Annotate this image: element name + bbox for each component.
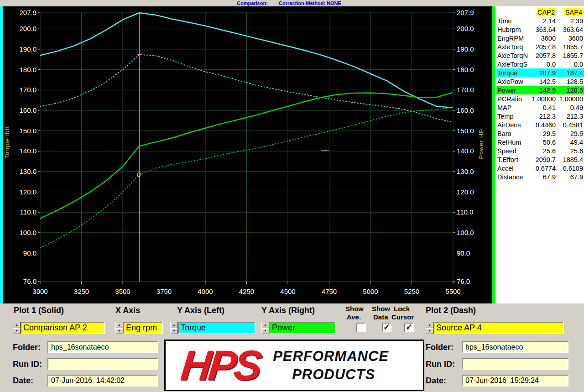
spinner-down-icon[interactable]: ▼ <box>170 328 178 335</box>
svg-text:76.0: 76.0 <box>23 277 36 285</box>
show-ave-label-1: Show <box>345 305 364 313</box>
svg-text:180.0: 180.0 <box>19 66 36 73</box>
date-input-right[interactable]: 07-Jun-2016 15:29:24 <box>462 375 568 387</box>
control-panel: Plot 1 (Solid) X Axis Y Axis (Left) Y Ax… <box>0 303 584 392</box>
plot1-spinner[interactable]: ▲ ▼ <box>13 322 21 334</box>
data-row: AxlePow142.5128.5 <box>496 77 584 86</box>
dyno-chart[interactable]: 3000325035003750400042504500475050005250… <box>0 6 495 303</box>
data-readout-panel: CAP2 SAP4 Time2.142.39Hubrpm363.64363.64… <box>495 6 584 303</box>
svg-text:5250: 5250 <box>404 287 419 295</box>
svg-text:5000: 5000 <box>363 287 378 295</box>
data-row: Time2.142.39 <box>496 16 584 25</box>
svg-text:90.0: 90.0 <box>457 249 470 257</box>
data-row: T.Effort2090.71885.4 <box>496 155 584 164</box>
spinner-up-icon[interactable]: ▲ <box>170 322 178 328</box>
y-left-spinner[interactable]: ▲ ▼ <box>170 322 178 334</box>
show-data-checkbox[interactable]: ✓ <box>382 323 391 332</box>
spinner-up-icon[interactable]: ▲ <box>115 322 123 328</box>
svg-text:150.0: 150.0 <box>19 127 36 135</box>
lock-cursor-label-2: Cursor <box>391 313 414 321</box>
svg-text:170.0: 170.0 <box>19 86 36 94</box>
svg-text:160.0: 160.0 <box>19 106 36 114</box>
plot2-spinner[interactable]: ▲ ▼ <box>426 322 433 334</box>
run-id-label-left: Run ID: <box>13 360 42 369</box>
spinner-down-icon[interactable]: ▼ <box>261 328 269 335</box>
x-axis-select[interactable]: Eng rpm <box>123 322 163 334</box>
spinner-up-icon[interactable]: ▲ <box>13 322 21 328</box>
show-ave-checkbox[interactable] <box>356 323 366 332</box>
y-right-select[interactable]: Power <box>269 322 336 334</box>
data-row: EngRPM36003600 <box>496 34 584 42</box>
run-id-input-right[interactable] <box>462 358 568 370</box>
data-row: AxleTorqS0.00.0 <box>496 60 584 68</box>
spinner-down-icon[interactable]: ▼ <box>426 328 433 335</box>
svg-text:5500: 5500 <box>445 287 460 295</box>
y-right-spinner[interactable]: ▲ ▼ <box>261 322 269 334</box>
plot1-select[interactable]: Comparison AP 2 <box>21 322 105 334</box>
data-row: AxleTorqN2057.81855.7 <box>496 51 584 60</box>
svg-text:4750: 4750 <box>322 287 337 295</box>
svg-text:3750: 3750 <box>156 287 172 295</box>
svg-text:200.0: 200.0 <box>457 25 474 32</box>
logo-performance-text: PERFORMANCE <box>273 348 389 365</box>
show-data-label-1: Show <box>372 305 390 313</box>
svg-text:90.0: 90.0 <box>23 249 36 257</box>
svg-text:130.0: 130.0 <box>19 167 36 175</box>
hps-logo-brand: HPS <box>179 347 261 383</box>
folder-input-right[interactable]: hps_16sonataeco <box>462 341 568 353</box>
date-input-left[interactable]: 07-Jun-2016 14:42:02 <box>47 375 158 387</box>
data-row: Torque207.9187.4 <box>496 68 584 77</box>
plot2-select[interactable]: Source AP 4 <box>433 322 564 334</box>
data-row: AirDens0.44600.4581 <box>496 120 584 129</box>
y-left-label: Y Axis (Left) <box>177 306 224 315</box>
date-label-right: Date: <box>426 376 446 386</box>
plot1-label: Plot 1 (Solid) <box>14 306 64 315</box>
data-row: Accel0.67740.6109 <box>496 164 584 172</box>
spinner-down-icon[interactable]: ▼ <box>13 328 21 335</box>
data-table: CAP2 SAP4 Time2.142.39Hubrpm363.64363.64… <box>496 8 584 181</box>
svg-text:3250: 3250 <box>74 287 89 295</box>
y-left-select[interactable]: Torque <box>178 322 256 334</box>
svg-text:160.0: 160.0 <box>457 106 474 114</box>
lock-cursor-label-1: Lock <box>394 305 410 313</box>
spinner-up-icon[interactable]: ▲ <box>426 322 433 328</box>
data-row: Hubrpm363.64363.64 <box>496 25 584 34</box>
column-header-cap2: CAP2 <box>537 8 556 16</box>
data-row: Speed25.625.6 <box>496 146 584 155</box>
correction-method-label: Correction-Method: NONE <box>279 0 341 6</box>
dyno-chart-region: 3000325035003750400042504500475050005250… <box>0 6 495 303</box>
svg-text:110.0: 110.0 <box>20 208 36 216</box>
svg-text:4500: 4500 <box>280 287 295 295</box>
data-row: RelHum50.649.4 <box>496 138 584 146</box>
svg-text:130.0: 130.0 <box>457 167 474 175</box>
data-row: PCRatio1.000001.00000 <box>496 94 584 103</box>
x-axis-label: X Axis <box>115 306 140 315</box>
plot2-label: Plot 2 (Dash) <box>426 306 476 315</box>
svg-text:190.0: 190.0 <box>457 45 474 53</box>
svg-text:207.9: 207.9 <box>457 9 474 16</box>
svg-text:76.0: 76.0 <box>457 277 470 285</box>
logo-products-text: PRODUCTS <box>292 366 389 383</box>
run-id-label-right: Run ID: <box>426 360 455 369</box>
svg-text:4000: 4000 <box>198 287 213 295</box>
svg-text:170.0: 170.0 <box>457 86 474 94</box>
lock-cursor-checkbox[interactable]: ✓ <box>404 323 414 332</box>
data-row: Baro29.529.5 <box>496 129 584 138</box>
spinner-up-icon[interactable]: ▲ <box>261 322 269 328</box>
y-right-label: Y Axis (Right) <box>261 306 315 315</box>
svg-text:4250: 4250 <box>239 287 254 295</box>
svg-text:180.0: 180.0 <box>457 66 474 73</box>
data-row: Power142.5128.5 <box>496 86 584 94</box>
date-label-left: Date: <box>13 376 33 386</box>
x-axis-spinner[interactable]: ▲ ▼ <box>115 322 123 334</box>
spinner-down-icon[interactable]: ▼ <box>115 328 123 335</box>
svg-text:207.9: 207.9 <box>19 9 36 16</box>
data-row: Distance67.967.9 <box>496 172 584 181</box>
column-header-sap4: SAP4 <box>564 8 583 16</box>
folder-input-left[interactable]: hps_16sonataeco <box>47 341 158 353</box>
svg-text:120.0: 120.0 <box>457 188 474 196</box>
folder-label-right: Folder: <box>426 343 454 352</box>
data-row: Temp212.3212.3 <box>496 112 584 120</box>
run-id-input-left[interactable] <box>47 358 158 370</box>
svg-text:100.0: 100.0 <box>457 229 474 236</box>
